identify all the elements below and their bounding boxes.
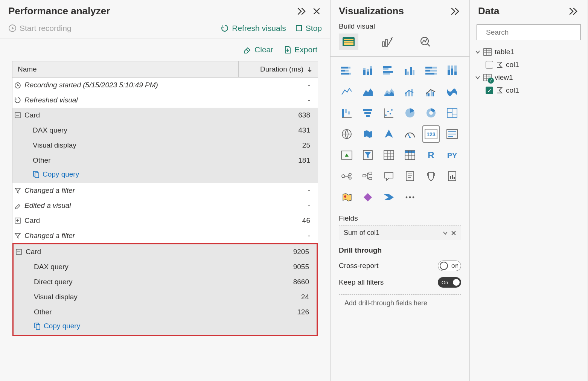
table-row-card[interactable]: Card 46 — [12, 213, 318, 228]
clear-button[interactable]: Clear — [243, 45, 273, 54]
tree-field-table1-col1[interactable]: col1 — [475, 58, 582, 71]
drill-through-dropzone[interactable]: Add drill-through fields here — [339, 294, 461, 312]
field-value-label: Sum of col1 — [344, 229, 440, 237]
line-chart-icon[interactable] — [339, 84, 355, 100]
table-row[interactable]: Other 181 — [12, 153, 318, 168]
kpi-icon[interactable] — [339, 147, 355, 163]
perf-table: Name Duration (ms) Recording started (5/… — [12, 61, 318, 336]
svg-rect-20 — [345, 70, 349, 72]
tree-label: col1 — [506, 61, 519, 69]
clustered-column-chart-icon[interactable] — [402, 63, 418, 79]
keep-filters-toggle[interactable]: On — [438, 277, 461, 288]
perf-close-icon[interactable] — [311, 6, 322, 17]
card-visual-icon[interactable]: 123 — [423, 126, 439, 142]
table-row[interactable]: Visual display 25 — [12, 138, 318, 153]
tree-table-view1[interactable]: view1 — [475, 71, 582, 84]
perf-title: Performance analyzer — [8, 5, 293, 17]
scatter-chart-icon[interactable] — [381, 105, 397, 121]
table-row[interactable]: Edited a visual - — [12, 198, 318, 213]
cross-report-toggle[interactable]: Off — [438, 261, 461, 271]
export-button[interactable]: Export — [284, 45, 317, 54]
copy-query-link[interactable]: Copy query — [33, 169, 79, 181]
gauge-icon[interactable] — [402, 126, 418, 142]
goals-icon[interactable] — [423, 168, 439, 184]
svg-rect-29 — [383, 66, 391, 68]
stacked-area-chart-icon[interactable] — [381, 84, 397, 100]
data-expand-icon[interactable] — [569, 6, 579, 17]
map-icon[interactable] — [339, 126, 355, 142]
checkbox-checked[interactable]: ✓ — [486, 87, 493, 94]
treemap-icon[interactable] — [444, 105, 460, 121]
table-row[interactable]: Direct query 8660 — [14, 274, 317, 290]
matrix-visual-icon[interactable] — [402, 147, 418, 163]
line-stacked-column-icon[interactable] — [402, 84, 418, 100]
perf-expand-icon[interactable] — [297, 6, 308, 17]
viz-scroll[interactable]: 123 R PY Fields Sum of col1 Drill t — [331, 56, 469, 381]
ribbon-chart-icon[interactable] — [444, 84, 460, 100]
svg-rect-40 — [425, 70, 430, 72]
expand-icon[interactable] — [13, 218, 22, 224]
table-row[interactable]: Visual display 24 — [14, 290, 317, 305]
chevron-down-icon[interactable] — [443, 231, 448, 235]
table-row[interactable]: Other 126 — [14, 305, 317, 320]
remove-field-icon[interactable] — [451, 230, 456, 236]
donut-chart-icon[interactable] — [423, 105, 439, 121]
clustered-bar-chart-icon[interactable] — [381, 63, 397, 79]
svg-rect-46 — [451, 69, 453, 75]
viz-expand-icon[interactable] — [451, 6, 461, 17]
qa-visual-icon[interactable] — [381, 168, 397, 184]
table-row[interactable]: Recording started (5/15/2023 5:10:49 PM)… — [12, 78, 318, 93]
col-duration-header[interactable]: Duration (ms) — [239, 61, 318, 77]
start-recording-button[interactable]: Start recording — [8, 24, 72, 33]
viz-header: Visualizations — [331, 0, 469, 21]
r-visual-icon[interactable]: R — [423, 147, 439, 163]
table-row-card[interactable]: Card 9205 — [14, 244, 317, 259]
collapse-icon[interactable] — [13, 112, 22, 118]
table-row[interactable]: DAX query 431 — [12, 123, 318, 138]
tree-table-table1[interactable]: table1 — [475, 46, 582, 58]
checkbox-unchecked[interactable] — [486, 61, 493, 69]
hundred-stacked-bar-icon[interactable] — [423, 63, 439, 79]
tree-field-view1-col1[interactable]: ✓ col1 — [475, 84, 582, 97]
power-apps-icon[interactable] — [360, 189, 376, 205]
clear-label: Clear — [254, 45, 273, 54]
collapse-icon[interactable] — [14, 249, 23, 255]
arcgis-map-icon[interactable] — [339, 189, 355, 205]
smart-narrative-icon[interactable] — [402, 168, 418, 184]
paginated-report-icon[interactable] — [444, 168, 460, 184]
stop-button[interactable]: Stop — [295, 24, 322, 33]
line-clustered-column-icon[interactable] — [423, 84, 439, 100]
table-row[interactable]: DAX query 9055 — [14, 259, 317, 274]
field-well-item[interactable]: Sum of col1 — [339, 226, 461, 240]
pie-chart-icon[interactable] — [402, 105, 418, 121]
search-box[interactable] — [477, 24, 581, 40]
azure-map-icon[interactable] — [381, 126, 397, 142]
slicer-icon[interactable] — [360, 147, 376, 163]
copy-query-link[interactable]: Copy query — [34, 321, 80, 333]
more-visuals-icon[interactable] — [402, 189, 418, 205]
filled-map-icon[interactable] — [360, 126, 376, 142]
area-chart-icon[interactable] — [360, 84, 376, 100]
table-row[interactable]: Refreshed visual - — [12, 93, 318, 108]
power-automate-icon[interactable] — [381, 189, 397, 205]
stacked-bar-chart-icon[interactable] — [339, 63, 355, 79]
col-name-header[interactable]: Name — [12, 61, 239, 77]
decomposition-tree-icon[interactable] — [360, 168, 376, 184]
tab-build-visual[interactable] — [339, 34, 358, 50]
search-input[interactable] — [485, 28, 576, 37]
python-visual-icon[interactable]: PY — [444, 147, 460, 163]
funnel-chart-icon[interactable] — [360, 105, 376, 121]
stacked-column-chart-icon[interactable] — [360, 63, 376, 79]
key-influencers-icon[interactable] — [339, 168, 355, 184]
multi-row-card-icon[interactable] — [444, 126, 460, 142]
refresh-visuals-button[interactable]: Refresh visuals — [221, 24, 286, 33]
table-row[interactable]: Changed a filter - — [12, 183, 318, 198]
table-row[interactable]: Changed a filter - — [12, 228, 318, 243]
tab-format-visual[interactable] — [377, 34, 397, 50]
table-visual-icon[interactable] — [381, 147, 397, 163]
tab-analytics[interactable] — [416, 34, 435, 50]
svg-rect-30 — [383, 68, 388, 70]
hundred-stacked-column-icon[interactable] — [444, 63, 460, 79]
table-row-card[interactable]: Card 638 — [12, 108, 318, 123]
waterfall-chart-icon[interactable] — [339, 105, 355, 121]
